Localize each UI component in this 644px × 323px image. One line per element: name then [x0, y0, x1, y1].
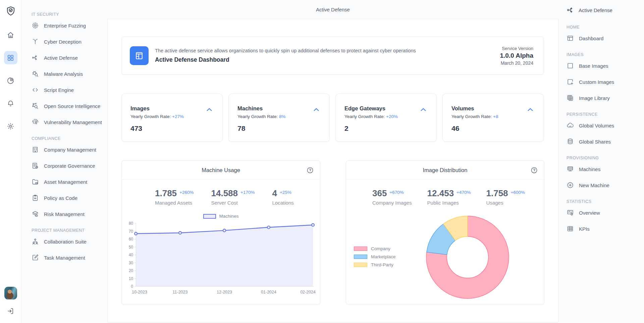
sidebar-item-label: Active Defense	[44, 55, 78, 61]
stat-card-title: Volumes	[451, 105, 535, 112]
sidebar-item-malware-analysis[interactable]: Malware Analysis	[32, 66, 107, 82]
chevron-up-icon[interactable]	[205, 106, 214, 113]
rside-item-label: Dashboard	[579, 36, 603, 41]
stat-card-title: Edge Gateways	[344, 105, 428, 112]
presentation-icon	[567, 209, 574, 216]
svg-text:40: 40	[129, 253, 133, 257]
sidebar-item-collaboration-suite[interactable]: Collaboration Suite	[32, 233, 107, 250]
user-avatar[interactable]	[4, 287, 17, 300]
chart-stat-value: 1.785	[155, 189, 177, 198]
edit-square-icon	[32, 254, 39, 261]
sidebar-item-label: Asset Management	[44, 179, 87, 185]
sidebar-item-label: Company Management	[44, 147, 96, 153]
chart-stat-label: Managed Assets	[155, 200, 194, 206]
pie-chart-icon[interactable]	[4, 74, 17, 87]
code-icon	[32, 86, 39, 94]
svg-text:10: 10	[129, 276, 133, 281]
legend-swatch	[354, 263, 367, 267]
fingerprint-icon	[32, 118, 39, 126]
sidebar-item-active-defense[interactable]: Active Defense	[32, 50, 107, 66]
stat-card-value: 78	[237, 124, 321, 132]
logout-icon[interactable]	[4, 304, 17, 318]
legend-label: Third-Party	[371, 262, 393, 267]
chart-stat-value: 365	[372, 189, 387, 198]
dashboard-title: Active Defense Dashboard	[155, 56, 416, 63]
target-icon	[32, 22, 39, 29]
grid-icon[interactable]	[4, 51, 17, 64]
right-sidebar-title: Active Defense	[579, 7, 612, 13]
legend-item-third-party: Third-Party	[354, 261, 396, 269]
chart-stat-label: Company Images	[372, 200, 412, 206]
rside-item-global-volumes[interactable]: Global Volumes	[567, 117, 644, 133]
gear-icon[interactable]	[4, 119, 17, 133]
sidebar-item-vulnerability-management[interactable]: Vulnerability Management	[32, 114, 107, 130]
chart-stat-usages: 1.758+600%Usages	[486, 189, 525, 206]
service-version-date: March 20, 2024	[500, 60, 533, 66]
rside-item-kpis[interactable]: KPIs	[567, 221, 644, 237]
sidebar-item-label: Vulnerability Management	[44, 119, 102, 125]
icon-rail	[0, 0, 21, 323]
main-panel: The active defense service allows organi…	[107, 19, 558, 322]
image-distribution-title: Image Distribution	[423, 167, 468, 173]
chart-stat-delta: +600%	[511, 190, 525, 195]
legend-item-marketplace: Marketplace	[354, 253, 396, 261]
sidebar-item-script-engine[interactable]: Script Engine	[32, 82, 107, 98]
stat-card-title: Images	[130, 105, 214, 112]
rside-item-new-machine[interactable]: New Machine	[567, 177, 644, 193]
svg-text:20: 20	[129, 268, 133, 273]
bell-icon[interactable]	[4, 97, 17, 110]
chart-stat-value: 14.588	[211, 189, 238, 198]
sidebar-item-label: Open Source Intelligence	[44, 103, 100, 109]
building-icon	[32, 146, 39, 153]
svg-text:0: 0	[131, 284, 133, 289]
rside-section-label: HOME	[567, 25, 644, 30]
cloud-icon	[567, 122, 574, 129]
stat-card-edge-gateways: Edge GatewaysYearly Growth Rate: +20%2	[335, 94, 437, 142]
service-version-label: Service Version	[500, 46, 533, 51]
rside-item-dashboard[interactable]: Dashboard	[567, 30, 644, 46]
flow-icon	[567, 6, 575, 14]
legend-label: Company	[371, 246, 390, 251]
sidebar-item-company-management[interactable]: Company Management	[32, 142, 107, 158]
rside-item-image-library[interactable]: Image Library	[567, 90, 644, 106]
sidebar-item-risk-management[interactable]: Risk Management	[32, 206, 107, 222]
sidebar-section-label: IT SECURITY	[32, 12, 107, 17]
chevron-up-icon[interactable]	[419, 106, 428, 113]
chart-stat-locations: 4+25%Locations	[272, 189, 293, 206]
svg-text:10-2023: 10-2023	[132, 290, 147, 294]
sidebar-item-policy-as-code[interactable]: Policy as Code	[32, 190, 107, 206]
chart-stat-delta: +170%	[240, 190, 255, 195]
legend-label: Marketplace	[371, 254, 396, 259]
page-title: Active Defense	[107, 0, 558, 19]
rside-item-label: KPIs	[579, 226, 590, 232]
rside-item-global-shares[interactable]: Global Shares	[567, 133, 644, 150]
legend-swatch	[354, 247, 367, 251]
rside-item-label: Overview	[579, 210, 600, 216]
chart-stat-delta: +470%	[457, 190, 471, 195]
rside-item-custom-images[interactable]: Custom Images	[567, 74, 644, 90]
sidebar-item-task-management[interactable]: Task Management	[32, 250, 107, 266]
stat-card-growth: Yearly Growth Rate: +20%	[344, 114, 428, 119]
help-icon[interactable]	[530, 166, 538, 174]
machine-usage-title: Machine Usage	[202, 167, 240, 173]
service-description: The active defense service allows organi…	[155, 48, 416, 53]
rside-section-label: PROVISIONING	[567, 156, 644, 160]
stat-card-value: 46	[451, 124, 535, 132]
chevron-up-icon[interactable]	[526, 106, 535, 113]
rside-item-base-images[interactable]: Base Images	[567, 58, 644, 74]
rside-item-overview[interactable]: Overview	[567, 205, 644, 221]
rside-item-machines[interactable]: Machines	[567, 161, 644, 177]
home-icon[interactable]	[4, 28, 17, 42]
chart-stat-value: 1.758	[486, 189, 508, 198]
chevron-up-icon[interactable]	[312, 106, 321, 113]
stat-card-value: 473	[130, 124, 214, 132]
stat-card-machines: MachinesYearly Growth Rate: 8%78	[228, 94, 330, 142]
sidebar-item-enterprise-fuzzing[interactable]: Enterprise Fuzzing	[32, 17, 107, 34]
sidebar-item-open-source-intelligence[interactable]: Open Source Intelligence	[32, 98, 107, 114]
sidebar-item-corporate-governance[interactable]: Corporate Governance	[32, 158, 107, 174]
rside-item-label: Global Volumes	[579, 123, 614, 128]
sidebar-item-cyber-deception[interactable]: Cyber Deception	[32, 34, 107, 50]
rside-item-label: Machines	[579, 166, 600, 172]
help-icon[interactable]	[306, 166, 314, 174]
sidebar-item-asset-management[interactable]: Asset Management	[32, 174, 107, 190]
